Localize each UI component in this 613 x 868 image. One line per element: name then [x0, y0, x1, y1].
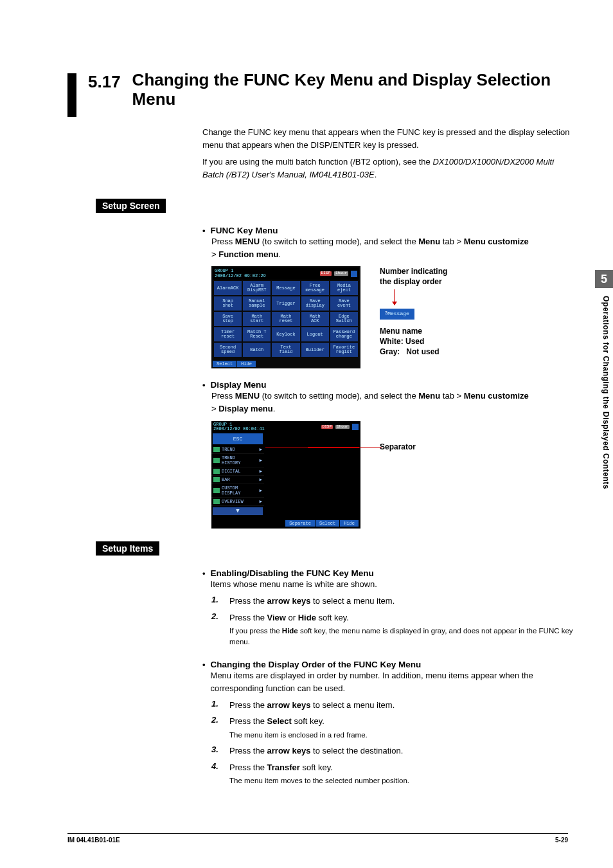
soft-key-row: SelectHide [213, 358, 359, 367]
display-menu-item: TREND▶ [211, 446, 264, 454]
step-num: 1. [211, 595, 223, 604]
chevron-right-icon: ▶ [260, 458, 262, 463]
section-title: Changing the FUNC Key Menu and Display S… [132, 71, 574, 109]
order-heading: Changing the Display Order of the FUNC K… [211, 660, 574, 669]
disp-badge: DISP [320, 271, 332, 276]
t: > [211, 249, 218, 259]
t: Press [211, 237, 235, 246]
en-step-1: Press the arrow keys to select a menu it… [229, 595, 395, 608]
t: Press the [229, 763, 267, 772]
menu-item-label: DIGITAL [222, 469, 240, 474]
func-menu-cell: Keylock [272, 327, 299, 341]
bullet-icon: • [202, 568, 206, 591]
time-badge: 1hour [335, 425, 350, 429]
title-bar [67, 73, 76, 117]
t: View [267, 613, 286, 622]
func-menu-cell: Message [272, 281, 299, 295]
disp-badge: DISP [321, 425, 333, 429]
t: Press the [229, 716, 267, 726]
disp-nav-line: Press MENU (to switch to setting mode), … [211, 390, 574, 415]
menu-item-icon [213, 477, 220, 482]
menu-item-label: OVERVIEW [222, 499, 244, 504]
t: arrow keys [267, 596, 311, 606]
order-sub: Menu items are displayed in order by num… [211, 669, 574, 695]
t: Menu [418, 237, 440, 246]
t: If you press the [229, 627, 282, 635]
footer-right: 5-29 [555, 836, 568, 844]
menu-item-label: TREND HISTORY [222, 455, 240, 466]
t: Press [211, 391, 235, 401]
t: Select [267, 716, 292, 726]
bullet-icon: • [202, 380, 206, 390]
soft-hide: Hide [340, 520, 359, 527]
anno1-l1: Number indicating [380, 266, 447, 276]
step-num: 1. [211, 699, 223, 709]
chevron-right-icon: ▶ [260, 477, 262, 482]
t: to select a menu item. [310, 700, 395, 710]
page-footer: IM 04L41B01-01E 5-29 [67, 833, 568, 844]
t: arrow keys [267, 700, 311, 710]
chevron-right-icon: ▶ [260, 488, 262, 493]
or-step-1: Press the arrow keys to select a menu it… [229, 699, 395, 712]
t: tab > [440, 237, 464, 246]
ds2-header-text: GROUP 1 2008/12/02 09:04:41 [213, 422, 265, 432]
func-menu-cell: Free message [301, 281, 329, 295]
ds2-soft-row: SeparateSelectHide [211, 516, 360, 529]
t: Press the [229, 700, 267, 710]
ds1-header-text: GROUP 1 2008/12/02 09:02:29 [215, 269, 266, 278]
anno1-l2: the display order [380, 276, 447, 287]
t: soft key. [300, 763, 333, 772]
func-menu-cell: Media eject [330, 281, 358, 295]
menu-item-icon [213, 488, 220, 493]
sep-connector-line [308, 447, 382, 448]
t: Press the [229, 596, 267, 606]
or-step-3: Press the arrow keys to select the desti… [229, 745, 403, 757]
or-step-4-sub: The menu item moves to the selected numb… [229, 775, 409, 786]
t: soft key. [292, 716, 324, 726]
or-step-2: Press the Select soft key. The menu item… [229, 715, 368, 741]
or-step-4: Press the Transfer soft key. The menu it… [229, 761, 409, 787]
menu-item-icon [213, 499, 220, 504]
menu-item-icon [213, 447, 220, 452]
menu-item-label: CUSTOM DISPLAY [222, 485, 240, 496]
t: Hide [282, 627, 298, 635]
t: Menu customize [464, 237, 529, 246]
func-annotations: Number indicating the display order 3Mes… [380, 266, 447, 357]
intro2-prefix: If you are using the multi batch functio… [202, 157, 432, 167]
func-menu-grid: AlarmACKAlarm DispRSTMessageFree message… [213, 280, 359, 358]
chevron-right-icon: ▶ [260, 469, 262, 474]
t: soft key. [316, 613, 349, 622]
func-menu-cell: Math reset [272, 312, 299, 326]
func-menu-cell: Timer reset [214, 327, 242, 341]
chevron-right-icon: ▶ [260, 499, 262, 504]
soft-hide: Hide [237, 361, 256, 367]
setup-items-heading: Setup Items [96, 541, 159, 556]
t: or [286, 613, 298, 622]
display-menu-item: BAR▶ [211, 476, 264, 484]
or-step-2-sub: The menu item is enclosed in a red frame… [229, 730, 368, 741]
t: tab > [440, 391, 464, 401]
more-indicator: ▼ [213, 507, 263, 515]
t: (to switch to setting mode), and select … [260, 391, 418, 401]
setup-screen-heading: Setup Screen [96, 199, 166, 213]
t: Menu customize [464, 391, 529, 401]
t: arrow keys [267, 746, 311, 755]
separator-label: Separator [380, 442, 416, 451]
ds2-content-area [264, 433, 360, 516]
anno2-l2: White: Used [380, 336, 447, 347]
func-nav-line: Press MENU (to switch to setting mode), … [211, 235, 574, 261]
section-number: 5.17 [88, 71, 121, 92]
step-num: 3. [211, 745, 223, 754]
ds1-header: GROUP 1 2008/12/02 09:02:29 DISP 1hour [213, 267, 359, 280]
func-menu-cell: Edge Switch [330, 312, 358, 326]
func-menu-cell: Math start [243, 312, 271, 326]
chevron-right-icon: ▶ [260, 447, 262, 452]
func-menu-cell: Password change [330, 327, 358, 341]
func-menu-cell: Manual sample [243, 296, 271, 311]
t: Press the [229, 613, 267, 622]
intro-paragraph-1: Change the FUNC key menu that appears wh… [202, 126, 574, 152]
step-num: 4. [211, 761, 223, 771]
func-menu-cell: Favorite regist [330, 343, 358, 357]
step-num: 2. [211, 611, 223, 621]
en-step-2: Press the View or Hide soft key. If you … [229, 611, 574, 648]
